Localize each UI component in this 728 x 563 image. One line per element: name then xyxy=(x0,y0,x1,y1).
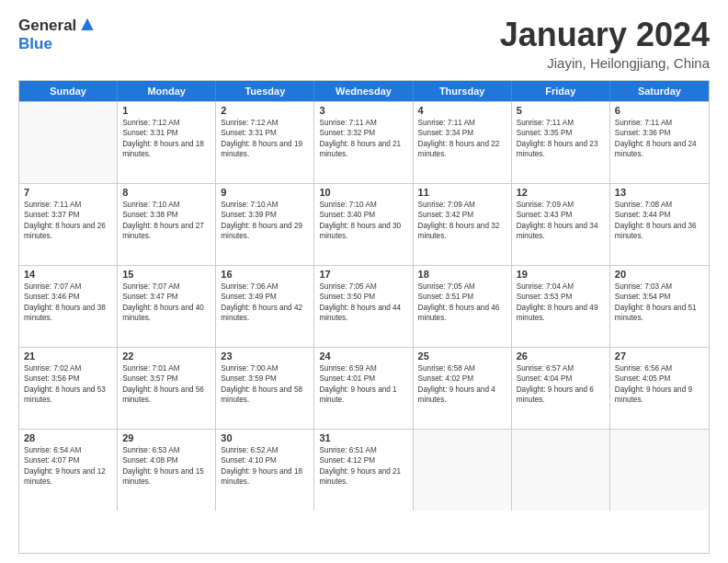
day-number: 27 xyxy=(615,350,704,362)
calendar-cell: 10Sunrise: 7:10 AMSunset: 3:40 PMDayligh… xyxy=(314,184,413,265)
calendar-cell: 3Sunrise: 7:11 AMSunset: 3:32 PMDaylight… xyxy=(314,102,413,183)
calendar: SundayMondayTuesdayWednesdayThursdayFrid… xyxy=(18,80,710,554)
calendar-row-1: 7Sunrise: 7:11 AMSunset: 3:37 PMDaylight… xyxy=(19,183,709,265)
calendar-row-3: 21Sunrise: 7:02 AMSunset: 3:56 PMDayligh… xyxy=(19,347,709,429)
calendar-cell: 6Sunrise: 7:11 AMSunset: 3:36 PMDaylight… xyxy=(610,102,709,183)
header-day-tuesday: Tuesday xyxy=(216,81,314,101)
day-number: 7 xyxy=(24,187,112,198)
cell-text: Sunrise: 7:09 AMSunset: 3:42 PMDaylight:… xyxy=(418,200,506,242)
calendar-body: 1Sunrise: 7:12 AMSunset: 3:31 PMDaylight… xyxy=(19,101,709,511)
cell-text: Sunrise: 7:11 AMSunset: 3:37 PMDaylight:… xyxy=(24,200,112,242)
day-number: 13 xyxy=(615,187,704,198)
cell-text: Sunrise: 6:58 AMSunset: 4:02 PMDaylight:… xyxy=(418,363,506,406)
day-number: 30 xyxy=(221,432,309,443)
cell-text: Sunrise: 7:03 AMSunset: 3:54 PMDaylight:… xyxy=(615,282,704,324)
header-day-wednesday: Wednesday xyxy=(314,81,413,101)
calendar-cell: 24Sunrise: 6:59 AMSunset: 4:01 PMDayligh… xyxy=(314,348,413,429)
logo-blue: Blue xyxy=(18,35,52,53)
calendar-cell: 13Sunrise: 7:08 AMSunset: 3:44 PMDayligh… xyxy=(610,184,709,265)
month-title: January 2024 xyxy=(500,17,710,53)
calendar-header: SundayMondayTuesdayWednesdayThursdayFrid… xyxy=(19,81,709,101)
day-number: 10 xyxy=(319,187,407,198)
svg-marker-0 xyxy=(82,18,94,30)
cell-text: Sunrise: 7:12 AMSunset: 3:31 PMDaylight:… xyxy=(122,118,210,160)
cell-text: Sunrise: 7:11 AMSunset: 3:34 PMDaylight:… xyxy=(418,118,506,160)
calendar-cell: 20Sunrise: 7:03 AMSunset: 3:54 PMDayligh… xyxy=(610,266,709,347)
calendar-cell xyxy=(610,430,709,511)
header-day-monday: Monday xyxy=(118,81,216,101)
calendar-cell: 28Sunrise: 6:54 AMSunset: 4:07 PMDayligh… xyxy=(19,430,118,511)
cell-text: Sunrise: 6:59 AMSunset: 4:01 PMDaylight:… xyxy=(319,363,407,406)
calendar-cell: 14Sunrise: 7:07 AMSunset: 3:46 PMDayligh… xyxy=(19,266,118,347)
day-number: 16 xyxy=(221,269,309,280)
calendar-cell: 4Sunrise: 7:11 AMSunset: 3:34 PMDaylight… xyxy=(414,102,512,183)
cell-text: Sunrise: 7:07 AMSunset: 3:46 PMDaylight:… xyxy=(24,282,112,324)
header-day-saturday: Saturday xyxy=(610,81,709,101)
cell-text: Sunrise: 7:10 AMSunset: 3:38 PMDaylight:… xyxy=(122,200,210,242)
day-number: 3 xyxy=(319,105,407,116)
calendar-cell: 16Sunrise: 7:06 AMSunset: 3:49 PMDayligh… xyxy=(216,266,314,347)
calendar-cell: 17Sunrise: 7:05 AMSunset: 3:50 PMDayligh… xyxy=(314,266,413,347)
day-number: 22 xyxy=(122,350,210,362)
cell-text: Sunrise: 6:54 AMSunset: 4:07 PMDaylight:… xyxy=(24,445,112,488)
day-number: 15 xyxy=(122,269,210,280)
calendar-cell: 15Sunrise: 7:07 AMSunset: 3:47 PMDayligh… xyxy=(118,266,216,347)
cell-text: Sunrise: 6:52 AMSunset: 4:10 PMDaylight:… xyxy=(221,445,309,488)
cell-text: Sunrise: 7:01 AMSunset: 3:57 PMDaylight:… xyxy=(122,363,210,406)
cell-text: Sunrise: 7:11 AMSunset: 3:32 PMDaylight:… xyxy=(319,118,407,160)
day-number: 12 xyxy=(517,187,605,198)
day-number: 18 xyxy=(418,269,506,280)
calendar-row-2: 14Sunrise: 7:07 AMSunset: 3:46 PMDayligh… xyxy=(19,265,709,347)
day-number: 1 xyxy=(122,105,210,116)
calendar-row-0: 1Sunrise: 7:12 AMSunset: 3:31 PMDaylight… xyxy=(19,101,709,183)
cell-text: Sunrise: 7:07 AMSunset: 3:47 PMDaylight:… xyxy=(122,282,210,324)
day-number: 25 xyxy=(418,350,506,362)
calendar-cell: 8Sunrise: 7:10 AMSunset: 3:38 PMDaylight… xyxy=(118,184,216,265)
header-day-thursday: Thursday xyxy=(414,81,512,101)
day-number: 2 xyxy=(221,105,309,116)
cell-text: Sunrise: 7:05 AMSunset: 3:51 PMDaylight:… xyxy=(418,282,506,324)
calendar-cell: 11Sunrise: 7:09 AMSunset: 3:42 PMDayligh… xyxy=(414,184,512,265)
cell-text: Sunrise: 7:04 AMSunset: 3:53 PMDaylight:… xyxy=(517,282,605,324)
calendar-cell: 12Sunrise: 7:09 AMSunset: 3:43 PMDayligh… xyxy=(512,184,610,265)
logo-general: General xyxy=(18,17,76,35)
calendar-cell: 18Sunrise: 7:05 AMSunset: 3:51 PMDayligh… xyxy=(414,266,512,347)
day-number: 29 xyxy=(122,432,210,443)
day-number: 9 xyxy=(221,187,309,198)
cell-text: Sunrise: 7:06 AMSunset: 3:49 PMDaylight:… xyxy=(221,282,309,324)
cell-text: Sunrise: 7:10 AMSunset: 3:40 PMDaylight:… xyxy=(319,200,407,242)
cell-text: Sunrise: 7:10 AMSunset: 3:39 PMDaylight:… xyxy=(221,200,309,242)
day-number: 11 xyxy=(418,187,506,198)
day-number: 19 xyxy=(517,269,605,280)
calendar-cell: 5Sunrise: 7:11 AMSunset: 3:35 PMDaylight… xyxy=(512,102,610,183)
cell-text: Sunrise: 7:11 AMSunset: 3:36 PMDaylight:… xyxy=(615,118,704,160)
calendar-cell: 2Sunrise: 7:12 AMSunset: 3:31 PMDaylight… xyxy=(216,102,314,183)
day-number: 20 xyxy=(615,269,704,280)
page: General Blue January 2024 Jiayin, Heilon… xyxy=(0,0,728,563)
logo-icon xyxy=(78,17,97,35)
calendar-cell: 23Sunrise: 7:00 AMSunset: 3:59 PMDayligh… xyxy=(216,348,314,429)
cell-text: Sunrise: 6:57 AMSunset: 4:04 PMDaylight:… xyxy=(517,363,605,406)
cell-text: Sunrise: 6:56 AMSunset: 4:05 PMDaylight:… xyxy=(615,363,704,406)
cell-text: Sunrise: 7:02 AMSunset: 3:56 PMDaylight:… xyxy=(24,363,112,406)
calendar-cell: 21Sunrise: 7:02 AMSunset: 3:56 PMDayligh… xyxy=(19,348,118,429)
day-number: 21 xyxy=(24,350,112,362)
day-number: 5 xyxy=(517,105,605,116)
cell-text: Sunrise: 6:51 AMSunset: 4:12 PMDaylight:… xyxy=(319,445,407,488)
day-number: 6 xyxy=(615,105,704,116)
calendar-cell: 22Sunrise: 7:01 AMSunset: 3:57 PMDayligh… xyxy=(118,348,216,429)
cell-text: Sunrise: 7:09 AMSunset: 3:43 PMDaylight:… xyxy=(517,200,605,242)
calendar-cell: 7Sunrise: 7:11 AMSunset: 3:37 PMDaylight… xyxy=(19,184,118,265)
day-number: 8 xyxy=(122,187,210,198)
calendar-cell: 26Sunrise: 6:57 AMSunset: 4:04 PMDayligh… xyxy=(512,348,610,429)
day-number: 17 xyxy=(319,269,407,280)
logo: General Blue xyxy=(18,17,97,53)
day-number: 23 xyxy=(221,350,309,362)
cell-text: Sunrise: 7:12 AMSunset: 3:31 PMDaylight:… xyxy=(221,118,309,160)
day-number: 14 xyxy=(24,269,112,280)
day-number: 31 xyxy=(319,432,407,443)
calendar-cell: 19Sunrise: 7:04 AMSunset: 3:53 PMDayligh… xyxy=(512,266,610,347)
day-number: 4 xyxy=(418,105,506,116)
calendar-cell: 27Sunrise: 6:56 AMSunset: 4:05 PMDayligh… xyxy=(610,348,709,429)
calendar-cell xyxy=(512,430,610,511)
